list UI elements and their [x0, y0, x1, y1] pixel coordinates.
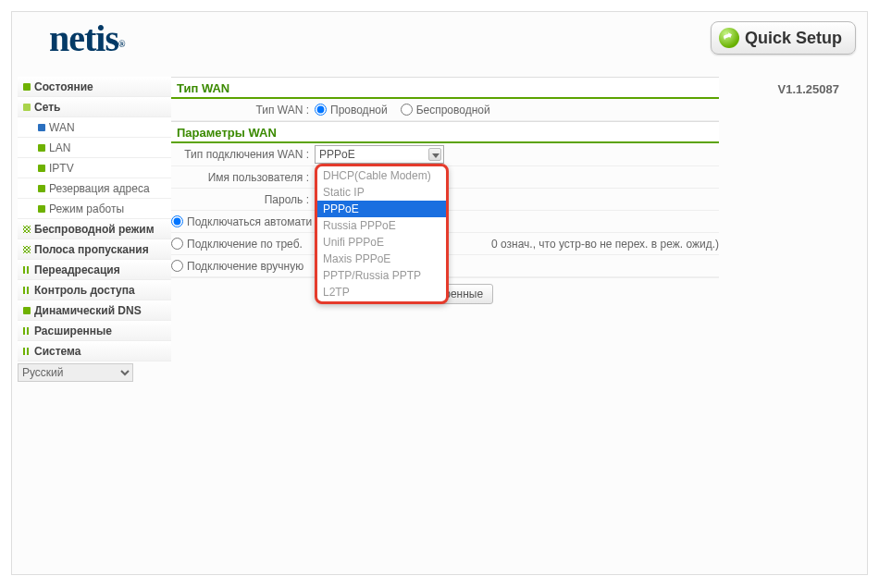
dropdown-option-static-ip[interactable]: Static IP	[317, 184, 446, 201]
dropdown-option-dhcp[interactable]: DHCP(Cable Modem)	[317, 167, 446, 184]
conn-type-dropdown: DHCP(Cable Modem) Static IP PPPoE Russia…	[315, 164, 449, 304]
mode-auto[interactable]: Подключаться автомати	[171, 215, 312, 228]
sidebar-item-label: Система	[34, 345, 81, 358]
sidebar-item-label: WAN	[49, 121, 75, 134]
square-icon	[23, 83, 31, 91]
radio-label: Подключение вручную	[187, 260, 303, 273]
square-icon	[38, 144, 45, 152]
sidebar-item-access-control[interactable]: Контроль доступа	[18, 280, 171, 300]
radio-input[interactable]	[315, 104, 327, 116]
radio-input[interactable]	[171, 260, 183, 272]
username-label: Имя пользователя :	[171, 171, 315, 184]
sidebar-item-label: Контроль доступа	[34, 284, 135, 297]
dropdown-option-russia-pppoe[interactable]: Russia PPPoE	[317, 217, 446, 234]
radio-label: Проводной	[330, 104, 388, 116]
dropdown-option-unifi-pppoe[interactable]: Unifi PPPoE	[317, 234, 446, 251]
dashes-icon	[23, 348, 31, 355]
sidebar-sub-lan[interactable]: LAN	[18, 138, 171, 158]
dropdown-option-l2tp[interactable]: L2TP	[317, 284, 446, 300]
square-icon	[23, 104, 31, 111]
logo-text: netis	[49, 18, 118, 59]
dashes-icon	[23, 287, 31, 294]
dropdown-option-pptp[interactable]: PPTP/Russia PPTP	[317, 267, 446, 284]
dots-icon	[23, 226, 31, 233]
logo-mark: ®	[118, 39, 124, 49]
sidebar-item-label: Режим работы	[49, 202, 124, 215]
sidebar-sub-reservation[interactable]: Резервация адреса	[18, 178, 171, 199]
sidebar-item-label: Состояние	[34, 80, 93, 93]
sidebar-item-system[interactable]: Система	[18, 341, 171, 361]
radio-input[interactable]	[171, 238, 183, 250]
password-label: Пароль :	[171, 193, 315, 206]
sidebar-item-label: Полоса пропускания	[34, 243, 149, 256]
square-icon	[23, 307, 31, 314]
row-conn-type: Тип подключения WAN : PPPoE DHCP(Cable M…	[171, 143, 719, 166]
radio-input[interactable]	[401, 104, 413, 116]
sidebar: Состояние Сеть WAN LAN IPTV	[12, 77, 171, 574]
wan-type-wired[interactable]: Проводной	[315, 104, 388, 116]
radio-label: Подключаться автомати	[187, 215, 312, 228]
sidebar-item-label: IPTV	[49, 162, 74, 175]
section-title-wan-type: Тип WAN	[171, 77, 719, 99]
sidebar-item-label: Сеть	[34, 101, 60, 114]
mode-manual[interactable]: Подключение вручную	[171, 260, 303, 273]
sidebar-item-label: Резервация адреса	[49, 182, 150, 195]
square-icon	[38, 205, 45, 213]
arrow-icon	[719, 28, 739, 48]
wan-type-wireless[interactable]: Беспроводной	[401, 104, 490, 116]
sidebar-item-forwarding[interactable]: Переадресация	[18, 260, 171, 280]
section-title-wan-params: Параметры WAN	[171, 121, 719, 143]
sidebar-sub-mode[interactable]: Режим работы	[18, 199, 171, 219]
brand-logo: netis®	[49, 18, 124, 59]
select-value: PPPoE	[319, 148, 355, 161]
row-wan-type: Тип WAN : Проводной Беспроводной	[171, 99, 719, 121]
conn-type-label: Тип подключения WAN :	[171, 148, 315, 161]
demand-note: 0 означ., что устр-во не перех. в реж. о…	[491, 238, 719, 251]
radio-label: Беспроводной	[416, 104, 490, 116]
sidebar-item-bandwidth[interactable]: Полоса пропускания	[18, 239, 171, 260]
square-icon	[38, 165, 45, 172]
sidebar-item-ddns[interactable]: Динамический DNS	[18, 300, 171, 321]
quick-setup-button[interactable]: Quick Setup	[711, 21, 856, 55]
language-select[interactable]: Русский	[18, 363, 133, 382]
sidebar-item-label: Расширенные	[34, 325, 112, 337]
dashes-icon	[23, 266, 31, 274]
mode-demand[interactable]: Подключение по треб.	[171, 238, 303, 251]
main-content: Тип WAN Тип WAN : Проводной Беспроводной…	[171, 77, 867, 574]
sidebar-item-advanced[interactable]: Расширенные	[18, 321, 171, 341]
conn-type-select[interactable]: PPPoE	[315, 145, 444, 164]
sidebar-sub-iptv[interactable]: IPTV	[18, 158, 171, 178]
sidebar-item-status[interactable]: Состояние	[18, 77, 171, 97]
sidebar-item-label: Беспроводной режим	[34, 223, 155, 236]
sidebar-item-label: Переадресация	[34, 263, 120, 276]
sidebar-sub-wan[interactable]: WAN	[18, 117, 171, 138]
sidebar-item-network[interactable]: Сеть	[18, 97, 171, 117]
dots-icon	[23, 246, 31, 253]
square-icon	[38, 124, 45, 131]
sidebar-item-wireless[interactable]: Беспроводной режим	[18, 219, 171, 239]
dropdown-option-pppoe[interactable]: PPPoE	[317, 201, 446, 217]
dashes-icon	[23, 327, 31, 335]
sidebar-item-label: Динамический DNS	[34, 304, 142, 317]
radio-label: Подключение по треб.	[187, 238, 303, 251]
square-icon	[38, 185, 45, 192]
dropdown-option-maxis-pppoe[interactable]: Maxis PPPoE	[317, 251, 446, 267]
sidebar-item-label: LAN	[49, 141, 70, 154]
chevron-down-icon	[428, 148, 441, 161]
radio-input[interactable]	[171, 215, 183, 227]
quick-setup-label: Quick Setup	[745, 29, 842, 48]
wan-type-label: Тип WAN :	[171, 104, 315, 116]
